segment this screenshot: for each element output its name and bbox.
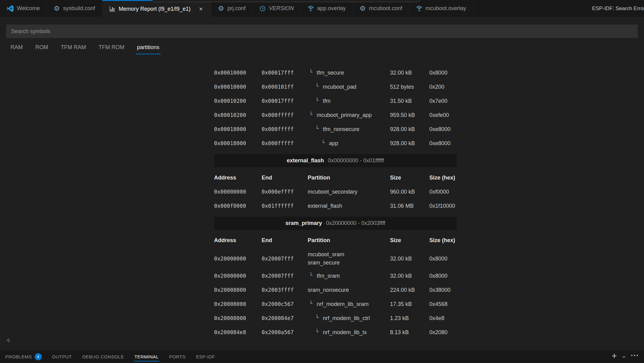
partition-cell: sram_nonsecure [308, 287, 390, 293]
partition-cell: └tfm_nonsecure [308, 126, 390, 133]
tree-branch-icon: └ [308, 329, 318, 335]
quick-input-box [152, 0, 420, 2]
partition-row: 0x000102000x000fffff└mcuboot_primary_app… [214, 108, 457, 122]
panel-tab-label: TERMINAL [135, 354, 159, 359]
column-header-end: End [262, 175, 308, 181]
partition-row: 0x200000000x20007fffmcuboot_sramsram_sec… [214, 249, 457, 269]
scroll-left-arrow-icon[interactable] [6, 338, 10, 343]
end-cell: 0x000fffff [262, 112, 308, 118]
size-cell: 8.13 kB [390, 329, 429, 336]
partition-cell: └tfm_sram [308, 273, 390, 279]
size-cell: 31.50 kB [390, 98, 429, 104]
end-cell: 0x00017fff [262, 70, 308, 76]
end-cell: 0x01ffffff [262, 203, 308, 209]
partition-cell: └app [308, 140, 390, 147]
plus-icon[interactable]: + [611, 352, 617, 361]
problems-count-badge: 4 [35, 353, 42, 360]
close-icon[interactable]: ✕ [198, 6, 204, 13]
partition-name: mcuboot_sramsram_secure [308, 250, 344, 267]
editor-tab-label: mcuboot.overlay [426, 5, 466, 12]
memory-tab-tfm-rom[interactable]: TFM ROM [97, 43, 126, 54]
editor-tab-memory-report-l9-e1-l9-e1[interactable]: Memory Report (l9_e1/l9_e1)✕ [102, 0, 212, 17]
ellipsis-icon[interactable]: ··· [631, 353, 639, 360]
partition-cell: external_flash [308, 203, 390, 209]
partition-name: mcuboot_pad [323, 84, 356, 90]
editor-tab-mcuboot-overlay[interactable]: mcuboot.overlay [409, 0, 473, 17]
memory-tab-partitions[interactable]: partitions [136, 43, 161, 54]
address-cell: 0x20000000 [214, 256, 262, 262]
editor-tab-label: app.overlay [317, 5, 346, 12]
table-header-row: AddressEndPartitionSizeSize (hex) [214, 171, 457, 185]
panel-actions: +··· [611, 352, 644, 361]
panel-tab-output[interactable]: OUTPUT [47, 350, 77, 363]
partition-row: 0x200000000x20007fff└tfm_sram32.00 kB0x8… [214, 269, 457, 283]
editor-tab-prj-conf[interactable]: ⚙prj.conf [211, 0, 253, 17]
end-cell: 0x2003ffff [262, 287, 308, 293]
panel-tab-label: OUTPUT [52, 354, 72, 359]
gear-icon: ⚙ [54, 5, 60, 12]
panel-tab-terminal[interactable]: TERMINAL [129, 350, 164, 363]
partition-name: external_flash [308, 203, 342, 209]
end-cell: 0x000fffff [262, 126, 308, 132]
partition-cell: └mcuboot_pad [308, 84, 390, 90]
panel-tab-ports[interactable]: PORTS [164, 350, 191, 363]
search-bar [6, 25, 638, 38]
partition-name: mcuboot_secondary [308, 189, 357, 195]
size-cell: 17.35 kB [390, 301, 429, 307]
memory-tab-bar: RAMROMTFM RAMTFM ROMpartitions [9, 43, 161, 54]
end-cell: 0x2000c567 [262, 301, 308, 307]
size-cell: 32.00 kB [390, 256, 429, 262]
panel-tab-problems[interactable]: PROBLEMS4 [0, 350, 47, 363]
size-hex-cell: 0x8000 [429, 70, 457, 76]
address-cell: 0x00010000 [214, 84, 262, 90]
address-cell: 0x20000000 [214, 273, 262, 279]
address-cell: 0x200084e8 [214, 329, 262, 335]
panel-tab-label: PORTS [169, 354, 185, 359]
tree-branch-icon: └ [308, 83, 318, 89]
tree-branch-icon: └ [308, 300, 312, 307]
tree-branch-icon: └ [308, 126, 318, 132]
region-name: sram_primary [285, 220, 322, 226]
panel-tab-esp-idf[interactable]: ESP-IDF [191, 350, 220, 363]
size-hex-cell: 0x7e00 [429, 98, 457, 104]
partition-row: 0x200080000x2000c567└nrf_modem_lib_sram1… [214, 297, 457, 311]
partition-cell: └tfm [308, 98, 390, 104]
size-cell: 31.06 MB [390, 203, 429, 209]
address-cell: 0x20008000 [214, 315, 262, 321]
search-input[interactable] [6, 25, 638, 38]
partition-cell: └nrf_modem_lib_sram [308, 301, 390, 307]
partition-row: 0x000100000x000101ff└mcuboot_pad512 byte… [214, 80, 457, 94]
size-cell: 960.00 kB [390, 189, 429, 195]
gear-icon: ⚙ [218, 5, 224, 12]
partition-cell: └nrf_modem_lib_ctrl [308, 315, 390, 322]
panel-tab-debug-console[interactable]: DEBUG CONSOLE [77, 350, 129, 363]
size-cell: 1.23 kB [390, 315, 429, 322]
editor-tab-version[interactable]: VERSION [253, 0, 301, 17]
panel-tab-label: DEBUG CONSOLE [82, 354, 124, 359]
end-cell: 0x2000a567 [262, 329, 308, 335]
address-cell: 0x00018000 [214, 140, 262, 146]
partition-name: tfm_nonsecure [323, 126, 359, 133]
address-cell: 0x00010200 [214, 112, 262, 118]
memory-tab-tfm-ram[interactable]: TFM RAM [60, 43, 87, 54]
column-header-partition: Partition [308, 237, 390, 244]
editor-tab-label: mcuboot.conf [369, 5, 402, 12]
titlebar-command-text[interactable]: ESP-IDF: Search Error Hi [592, 0, 644, 17]
editor-tab-welcome[interactable]: Welcome [0, 0, 47, 17]
address-cell: 0x00010000 [214, 70, 262, 76]
size-hex-cell: 0xf0000 [429, 189, 457, 195]
partition-row: 0x000102000x00017fff└tfm31.50 kB0x7e00 [214, 94, 457, 108]
memory-tab-ram[interactable]: RAM [9, 43, 24, 54]
partition-name: nrf_modem_lib_tx [323, 329, 367, 336]
editor-tab-sysbuild-conf[interactable]: ⚙sysbuild.conf [47, 0, 102, 17]
chevron-down-icon[interactable] [622, 354, 626, 359]
tree-branch-icon: └ [308, 272, 312, 278]
editor-tab-mcuboot-conf[interactable]: ⚙mcuboot.conf [353, 0, 409, 17]
end-cell: 0x000effff [262, 189, 308, 195]
address-cell: 0x00018000 [214, 126, 262, 132]
tree-branch-icon: └ [308, 315, 318, 321]
editor-tab-label: VERSION [269, 5, 294, 12]
memory-tab-rom[interactable]: ROM [34, 43, 49, 54]
address-cell: 0x00000000 [214, 189, 262, 195]
editor-tab-app-overlay[interactable]: app.overlay [301, 0, 353, 17]
